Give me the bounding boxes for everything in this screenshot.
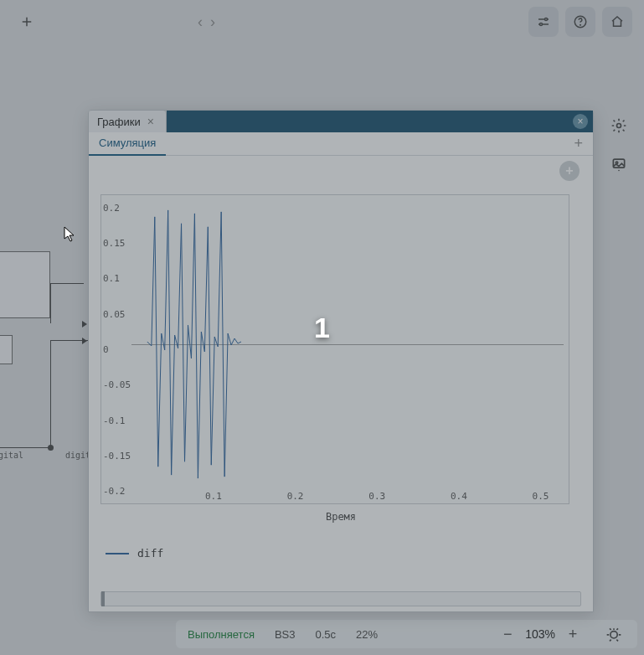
diagram-canvas[interactable]: gital digital [0,251,88,452]
zoom-in-button[interactable]: + [564,625,582,643]
subtab-label: Симуляция [99,137,156,149]
close-tab-icon[interactable]: × [147,115,154,128]
diagram-block[interactable] [0,251,50,318]
legend-label: diff [137,547,163,560]
svg-point-8 [611,632,617,638]
panel-titlebar[interactable]: Графики × × [89,111,593,132]
y-tick: 0.15 [103,238,126,249]
panel-subtab-bar: Симуляция + [89,132,593,156]
status-progress: 22% [356,628,378,641]
add-button[interactable] [12,7,42,37]
status-state: Выполняется [188,628,255,641]
help-button[interactable] [565,7,595,37]
home-button[interactable] [602,7,632,37]
x-tick: 0.3 [368,491,385,502]
x-tick: 0.4 [451,491,467,502]
scrubber-thumb[interactable] [101,591,105,606]
y-tick: -0.2 [103,486,126,497]
gear-icon[interactable] [604,111,634,141]
svg-point-4 [617,124,621,128]
status-time: 0.5с [316,628,337,641]
svg-point-7 [618,170,620,172]
y-tick: -0.15 [103,450,131,461]
legend: diff [106,547,163,560]
chart[interactable]: 0.2 0.15 0.1 0.05 0 -0.05 -0.1 -0.15 -0.… [100,194,569,504]
y-tick: 0.05 [103,308,126,319]
port-label: gital [0,451,23,460]
close-panel-icon[interactable]: × [573,114,588,129]
loading-indicator: ‹ › [198,13,217,31]
debug-button[interactable] [602,622,626,646]
zoom-controls: − 103% + [498,625,582,643]
signal-line [131,200,564,488]
graphs-panel: Графики × × Симуляция + + 0.2 0.15 0.1 0… [88,110,594,612]
top-toolbar: ‹ › [0,0,644,44]
x-axis-label: Время [89,511,593,523]
time-scrubber[interactable] [100,591,581,606]
cursor-icon [64,226,77,243]
add-subtab-icon[interactable]: + [569,135,588,152]
status-bar: Выполняется BS3 0.5с 22% − 103% + [176,620,637,648]
zoom-value: 103% [525,627,555,641]
y-tick: 0.1 [103,273,120,284]
panel-titlebar-drag[interactable]: × [167,111,593,132]
y-tick: -0.05 [103,379,131,390]
panel-tab-label: Графики [97,116,141,128]
x-tick: 0.1 [205,491,222,502]
x-tick: 0.2 [287,491,304,502]
panel-tab-graphs[interactable]: Графики × [89,111,167,132]
y-tick: 0.2 [103,202,120,213]
plot-area[interactable] [131,200,564,488]
add-plot-icon[interactable]: + [559,161,580,181]
diagram-block[interactable] [0,335,13,364]
settings-sliders-button[interactable] [528,7,559,37]
svg-point-0 [545,18,548,21]
svg-point-1 [540,23,543,26]
image-icon[interactable] [604,149,634,179]
x-tick: 0.5 [533,491,549,502]
panel-body: + 0.2 0.15 0.1 0.05 0 -0.05 -0.1 -0.15 -… [89,156,593,611]
legend-swatch [106,553,129,554]
status-solver: BS3 [275,628,296,641]
zoom-out-button[interactable]: − [498,625,517,643]
svg-point-3 [580,24,581,25]
right-tool-column [604,111,634,179]
subtab-simulation[interactable]: Симуляция [89,132,166,156]
y-tick: 0 [103,344,109,355]
y-tick: -0.1 [103,415,126,425]
